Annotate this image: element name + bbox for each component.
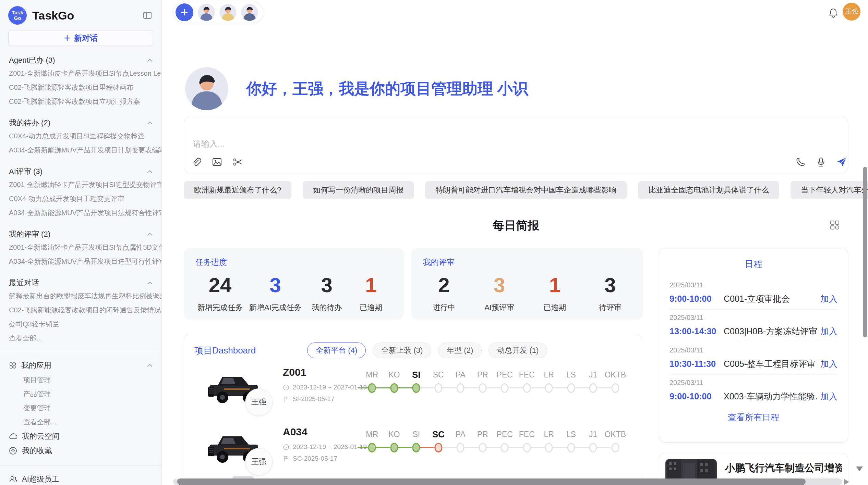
add-button[interactable] xyxy=(176,3,193,21)
sidebar-item-ai-staff[interactable]: AI超级员工 xyxy=(0,472,161,485)
avatar[interactable] xyxy=(198,4,215,21)
scroll-down-arrow-icon[interactable] xyxy=(856,467,863,471)
chevron-up-icon xyxy=(147,170,153,174)
milestone-dot-area xyxy=(560,381,582,396)
section-header[interactable]: Agent已办 (3) xyxy=(0,54,161,66)
schedule-list: 2025/03/11 9:00-10:00 C001-立项审批会 加入 2025… xyxy=(670,277,837,407)
app-item[interactable]: 产品管理 xyxy=(0,387,161,401)
section-header[interactable]: 最近对话 xyxy=(0,277,161,289)
horizontal-scrollbar-thumb[interactable] xyxy=(177,478,806,485)
my-apps-header[interactable]: 我的应用 xyxy=(0,358,161,373)
stat-value: 2 xyxy=(425,275,463,296)
milestone-label: PEC xyxy=(494,369,516,381)
suggestion-chip[interactable]: 欧洲新规最近颁布了什么? xyxy=(184,181,291,199)
project-dates-line: 2023-12-19 ~ 2027-01-19 xyxy=(283,384,367,391)
milestone-label: KO xyxy=(383,369,406,381)
list-item[interactable]: A034-全新新能源MUV产品开发项目法规符合性评审 xyxy=(0,206,161,220)
section-header[interactable]: 我的待办 (2) xyxy=(0,117,161,129)
stat-label: 我的待办 xyxy=(308,302,346,313)
milestone-dot xyxy=(545,443,553,452)
briefing-title: 每日简报 xyxy=(184,218,848,234)
new-chat-label: 新对话 xyxy=(74,33,98,43)
list-item[interactable]: Z001-全新燃油轻卡产品开发项目SI造型提交物评审 xyxy=(0,178,161,192)
avatar[interactable] xyxy=(219,4,237,21)
app-item[interactable]: 变更管理 xyxy=(0,401,161,415)
filter-chip[interactable]: 全新平台 (4) xyxy=(307,343,366,358)
dashboard-header: 项目Dashboard 全新平台 (4)全新上装 (3)年型 (2)动总开发 (… xyxy=(194,343,547,358)
notification-bell-icon[interactable] xyxy=(828,8,839,18)
milestone-dot-area xyxy=(427,381,450,396)
milestone: LS xyxy=(560,428,582,456)
sidebar-collapse-icon[interactable] xyxy=(142,10,153,21)
chat-input[interactable] xyxy=(184,117,848,173)
milestone-label: FEC xyxy=(516,369,538,381)
app-title: TaskGo xyxy=(32,9,142,22)
project-flag: SI-2025-05-17 xyxy=(293,395,334,403)
send-icon[interactable] xyxy=(836,156,847,168)
milestone: KO xyxy=(383,428,406,456)
event-main: 9:00-10:00 X003-车辆动力学性能验... 加入 xyxy=(670,391,837,402)
join-button[interactable]: 加入 xyxy=(820,391,837,402)
scissors-icon[interactable] xyxy=(232,156,243,168)
view-all-schedule-link[interactable]: 查看所有日程 xyxy=(670,412,837,423)
new-chat-button[interactable]: 新对话 xyxy=(8,30,153,46)
list-item[interactable]: A034-全新新能源MUV产品开发项目造型可行性评审 xyxy=(0,254,161,269)
schedule-event: 2025/03/11 9:00-10:00 X003-车辆动力学性能验... 加… xyxy=(670,375,837,407)
list-item[interactable]: C0X4-动力总成开发项目SI里程碑提交物检查 xyxy=(0,129,161,143)
favorites-label: 我的收藏 xyxy=(22,446,52,456)
list-item[interactable]: 查看全部... xyxy=(0,331,161,345)
section-label: AI评审 (3) xyxy=(9,166,43,177)
join-button[interactable]: 加入 xyxy=(820,293,837,304)
vertical-scrollbar-thumb[interactable] xyxy=(863,167,867,337)
filter-chip[interactable]: 年型 (2) xyxy=(438,343,482,358)
app-item[interactable]: 查看全部... xyxy=(0,415,161,429)
phone-icon[interactable] xyxy=(795,156,806,168)
list-item[interactable]: C0X4-动力总成开发项目工程变更评审 xyxy=(0,192,161,206)
review-stats: 2 进行中 3 AI预评审 1 已逾期 3 待评审 xyxy=(423,275,631,313)
filter-chip[interactable]: 全新上装 (3) xyxy=(373,343,431,358)
sidebar-item-cloud[interactable]: 我的云空间 xyxy=(0,429,161,444)
list-item[interactable]: C02-飞腾新能源轻客改款项目立项汇报方案 xyxy=(0,95,161,109)
list-item[interactable]: A034-全新新能源MUV产品开发项目计划变更表编写 xyxy=(0,143,161,157)
user-avatar[interactable]: 王强 xyxy=(843,3,860,21)
list-item[interactable]: C02-飞腾新能源轻客改款项目的闭环通告反馈情况 xyxy=(0,303,161,317)
app-item[interactable]: 项目管理 xyxy=(0,373,161,387)
milestone-dot-area xyxy=(582,440,604,456)
layout-grid-icon[interactable] xyxy=(829,219,841,231)
milestone-dot-area xyxy=(405,440,427,456)
filter-chip[interactable]: 动总开发 (1) xyxy=(489,343,547,358)
milestone: PA xyxy=(449,428,472,456)
section-header[interactable]: 我的评审 (2) xyxy=(0,228,161,240)
project-dates-line: 2023-12-19 ~ 2026-01-19 xyxy=(283,443,367,451)
scroll-right-arrow-icon[interactable] xyxy=(844,479,849,485)
sidebar-item-favorites[interactable]: 我的收藏 xyxy=(0,444,161,458)
list-item[interactable]: Z001-全新燃油轻卡产品开发项目SI节点属性5D文件评审 xyxy=(0,240,161,254)
section-label: 我的评审 (2) xyxy=(9,229,50,239)
sidebar: Task Go TaskGo 新对话 Agent已办 (3) Z001-全新燃油… xyxy=(0,0,162,485)
join-button[interactable]: 加入 xyxy=(820,358,837,370)
image-icon[interactable] xyxy=(211,156,223,168)
suggestion-chip[interactable]: 比亚迪全固态电池计划具体说了什么 xyxy=(638,181,779,199)
section-ai-review: AI评审 (3) Z001-全新燃油轻卡产品开发项目SI造型提交物评审C0X4-… xyxy=(0,165,161,220)
project-row[interactable]: 王强 A034 2023-12-19 ~ 2026-01-19 SC-2025-… xyxy=(194,425,632,481)
section-header[interactable]: AI评审 (3) xyxy=(0,165,161,178)
section-items: 解释最新出台的欧盟报废车法规再生塑料比例被调至15%...C02-飞腾新能源轻客… xyxy=(0,289,161,345)
list-item[interactable]: Z001-全新燃油皮卡产品开发项目SI节点Lesson Learn报告 xyxy=(0,66,161,80)
project-row[interactable]: 王强 Z001 2023-12-19 ~ 2027-01-19 SI-2025-… xyxy=(194,366,632,424)
list-item[interactable]: C02-飞腾新能源轻客改款项目里程碑画布 xyxy=(0,80,161,95)
avatar[interactable] xyxy=(241,4,258,21)
milestone: MR xyxy=(361,428,383,456)
suggestion-chip[interactable]: 如何写一份清晰的项目周报 xyxy=(303,181,414,199)
list-item[interactable]: 解释最新出台的欧盟报废车法规再生塑料比例被调至15%... xyxy=(0,289,161,303)
microphone-icon[interactable] xyxy=(815,156,827,168)
join-button[interactable]: 加入 xyxy=(820,326,837,337)
paperclip-icon[interactable] xyxy=(191,156,202,168)
event-name: C003|H0B-方案冻结评审 xyxy=(724,326,817,337)
milestone-dot-area xyxy=(427,440,450,456)
event-date: 2025/03/11 xyxy=(670,346,837,354)
suggestion-chip[interactable]: 当下年轻人对汽车外观有怎样的喜好趋势 xyxy=(791,181,868,199)
milestone: OKTB xyxy=(604,369,627,396)
list-item[interactable]: 公司Q3轻卡销量 xyxy=(0,317,161,331)
suggestion-chip[interactable]: 特朗普可能对进口汽车增税会对中国车企造成哪些影响 xyxy=(425,181,627,199)
milestone: PEC xyxy=(494,369,516,396)
